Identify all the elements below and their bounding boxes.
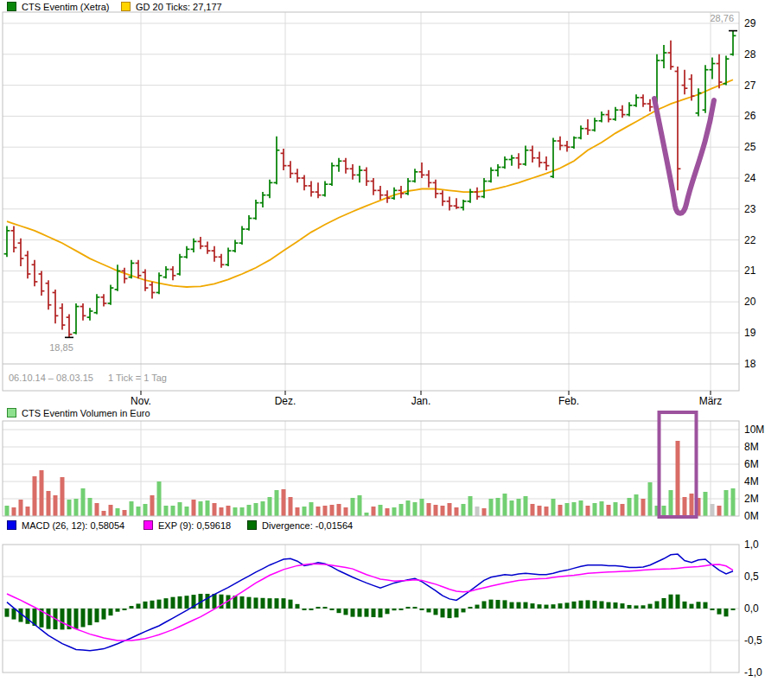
ohlc-bar [336, 158, 342, 172]
divergence-bar [143, 602, 148, 609]
divergence-bar [510, 602, 514, 609]
ohlc-bar [488, 167, 494, 182]
volume-bar [226, 506, 231, 516]
volume-bar [213, 503, 217, 516]
price-low-label: 18,85 [35, 342, 87, 353]
volume-bar [641, 499, 646, 516]
volume-bar [614, 502, 618, 516]
divergence-bar [427, 609, 431, 612]
divergence-bar [441, 609, 445, 617]
volume-bar [441, 506, 445, 516]
ohlc-bar [405, 178, 411, 195]
volume-bar [254, 503, 258, 516]
volume-bar [551, 499, 556, 516]
ohlc-bar [136, 260, 142, 278]
divergence-bar [572, 602, 577, 609]
volume-bar [95, 503, 99, 516]
volume-bar [351, 498, 355, 516]
volume-bar [628, 498, 632, 516]
macd-lines [7, 554, 733, 651]
volume-bar [157, 481, 162, 516]
volume-bar [268, 497, 272, 516]
macd-legend-item: MACD (26, 12): 0,58054 [7, 519, 124, 531]
volume-bar [524, 496, 528, 516]
volume-bar [192, 500, 196, 516]
volume-bar [19, 500, 23, 516]
volume-bar [337, 504, 341, 516]
ohlc-bar [537, 152, 543, 168]
divergence-bar [185, 596, 189, 609]
volume-bar [220, 507, 224, 516]
divergence-bar [47, 609, 51, 629]
volume-bar [496, 498, 500, 516]
ohlc-bar [246, 215, 252, 231]
divergence-bar [88, 609, 92, 625]
divergence-bar [482, 601, 487, 609]
volume-bar [289, 497, 293, 516]
volume-bar [634, 494, 639, 516]
axis-tick-label: Feb. [558, 395, 579, 407]
divergence-bar [12, 609, 16, 620]
ohlc-bar [253, 200, 259, 220]
ohlc-bar [163, 266, 169, 278]
divergence-bar [468, 607, 473, 609]
ohlc-bar [468, 189, 474, 203]
ohlc-bar [87, 308, 93, 320]
divergence-bar [448, 609, 452, 618]
volume-bar [116, 508, 120, 516]
divergence-legend-item: Divergence: -0,01564 [247, 519, 353, 531]
divergence-bar [462, 609, 466, 612]
volume-bar [206, 500, 210, 516]
divergence-bar [503, 600, 507, 609]
ohlc-bar [80, 303, 86, 321]
ohlc-bar [260, 192, 266, 207]
ohlc-bar [371, 178, 377, 195]
volume-bar [303, 507, 307, 516]
volume-bar [61, 477, 65, 516]
divergence-bar [164, 598, 169, 609]
divergence-bar [607, 602, 611, 609]
divergence-bar [683, 602, 687, 609]
ohlc-bar [661, 45, 667, 68]
volume-bar [109, 505, 113, 516]
ohlc-bar [357, 166, 363, 183]
volume-bar [572, 502, 577, 516]
divergence-bar [579, 601, 583, 609]
ohlc-bar [447, 196, 453, 210]
volume-bar [102, 511, 106, 516]
volume-bar [468, 496, 473, 516]
volume-bar [309, 502, 314, 516]
gd20-line [7, 80, 733, 287]
divergence-bar [551, 604, 556, 609]
price-legend-item: CTS Eventim (Xetra) [7, 1, 109, 12]
volume-bar [392, 507, 397, 516]
ohlc-bar [226, 248, 232, 266]
divergence-bar [379, 609, 383, 617]
volume-bar [489, 499, 494, 516]
ohlc-bar [419, 163, 425, 178]
ohlc-bar [509, 155, 515, 166]
volume-bar [717, 506, 722, 516]
ohlc-bar [647, 99, 653, 112]
volume-bar [54, 495, 58, 516]
divergence-bar [475, 605, 480, 609]
volume-bar [593, 503, 597, 516]
volume-bar [704, 492, 708, 516]
axis-tick-label: Nov. [131, 395, 151, 407]
ohlc-bar [516, 153, 522, 169]
ohlc-bar [11, 226, 17, 252]
divergence-bar [26, 609, 30, 624]
volume-bar [26, 507, 30, 516]
divergence-bar [247, 597, 252, 609]
divergence-bar [600, 601, 604, 609]
divergence-bar [724, 609, 729, 616]
volume-bar [296, 507, 300, 516]
divergence-bar [634, 605, 639, 609]
ohlc-bar [25, 251, 31, 278]
volume-bar [420, 499, 424, 516]
ohlc-bar [219, 254, 225, 268]
divergence-bar [524, 602, 528, 609]
volume-bar [731, 488, 736, 516]
ohlc-bar [205, 241, 211, 253]
ohlc-bar [212, 246, 218, 262]
